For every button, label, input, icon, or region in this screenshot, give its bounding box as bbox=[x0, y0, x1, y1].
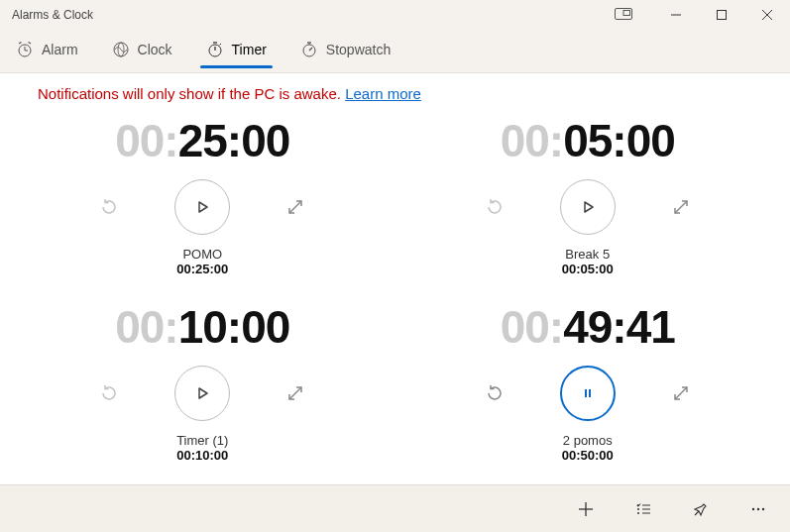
more-button[interactable] bbox=[733, 489, 784, 529]
timers-grid: 00:25:00 POMO 00:25:00 00:05:00 bbox=[0, 112, 790, 484]
tab-bar: Alarm Clock Timer Stopwatch bbox=[0, 30, 790, 73]
svg-line-29 bbox=[675, 387, 687, 399]
window-title: Alarms & Clock bbox=[12, 8, 93, 22]
alarm-icon bbox=[16, 41, 34, 58]
svg-rect-3 bbox=[718, 11, 727, 20]
svg-point-39 bbox=[752, 507, 754, 509]
svg-point-36 bbox=[637, 512, 639, 514]
timer-total: 00:50:00 bbox=[562, 448, 614, 463]
learn-more-link[interactable]: Learn more bbox=[345, 85, 421, 102]
svg-line-10 bbox=[29, 42, 32, 44]
tab-label: Timer bbox=[232, 42, 267, 57]
reset-icon[interactable] bbox=[481, 379, 508, 407]
timer-name: Break 5 bbox=[565, 247, 610, 262]
clock-icon bbox=[112, 41, 130, 58]
timer-remaining: 00:10:00 bbox=[115, 304, 289, 350]
play-button[interactable] bbox=[174, 366, 230, 421]
reset-icon[interactable] bbox=[95, 193, 123, 221]
tab-label: Clock bbox=[138, 42, 172, 57]
tab-clock[interactable]: Clock bbox=[104, 35, 180, 68]
timer-total: 00:05:00 bbox=[562, 262, 614, 276]
expand-icon[interactable] bbox=[667, 193, 695, 221]
timer-icon bbox=[206, 41, 224, 58]
timer-remaining: 00:49:41 bbox=[501, 304, 675, 350]
svg-line-16 bbox=[219, 44, 221, 46]
svg-line-22 bbox=[289, 201, 301, 213]
pin-button[interactable] bbox=[675, 489, 727, 529]
tab-timer[interactable]: Timer bbox=[198, 35, 275, 68]
tab-label: Alarm bbox=[42, 42, 78, 57]
notification-banner: Notifications will only show if the PC i… bbox=[0, 73, 790, 112]
timer-total: 00:25:00 bbox=[176, 262, 228, 276]
svg-rect-1 bbox=[623, 11, 630, 16]
svg-marker-21 bbox=[199, 202, 207, 212]
svg-marker-23 bbox=[585, 202, 593, 212]
svg-point-34 bbox=[637, 508, 639, 510]
reset-icon[interactable] bbox=[95, 379, 123, 407]
timer-card[interactable]: 00:49:41 2 pomos 00:50:00 bbox=[395, 298, 781, 484]
tab-alarm[interactable]: Alarm bbox=[8, 35, 86, 68]
edit-timers-button[interactable] bbox=[618, 489, 669, 529]
stopwatch-icon bbox=[300, 41, 318, 58]
expand-icon[interactable] bbox=[667, 379, 695, 407]
svg-line-9 bbox=[19, 42, 22, 44]
timer-name: 2 pomos bbox=[563, 433, 613, 448]
reset-icon[interactable] bbox=[481, 193, 508, 221]
timer-remaining: 00:05:00 bbox=[501, 118, 675, 163]
svg-line-24 bbox=[675, 201, 687, 213]
command-bar bbox=[0, 484, 790, 532]
notification-text: Notifications will only show if the PC i… bbox=[38, 85, 345, 102]
svg-point-41 bbox=[762, 507, 764, 509]
compact-overlay-icon[interactable] bbox=[604, 8, 643, 22]
add-timer-button[interactable] bbox=[560, 489, 612, 529]
svg-line-38 bbox=[695, 511, 699, 515]
timer-card[interactable]: 00:05:00 Break 5 00:05:00 bbox=[395, 112, 781, 298]
play-button[interactable] bbox=[560, 179, 616, 235]
pause-button[interactable] bbox=[560, 366, 616, 421]
expand-icon[interactable] bbox=[282, 379, 309, 407]
maximize-button[interactable] bbox=[699, 0, 744, 30]
tab-stopwatch[interactable]: Stopwatch bbox=[292, 35, 398, 68]
timer-total: 00:10:00 bbox=[176, 448, 228, 463]
expand-icon[interactable] bbox=[282, 193, 309, 221]
minimize-button[interactable] bbox=[653, 0, 699, 30]
timer-name: POMO bbox=[182, 247, 222, 262]
svg-line-26 bbox=[289, 387, 301, 399]
timer-card[interactable]: 00:25:00 POMO 00:25:00 bbox=[10, 112, 395, 298]
timer-name: Timer (1) bbox=[176, 433, 228, 448]
title-bar: Alarms & Clock bbox=[0, 0, 790, 30]
play-button[interactable] bbox=[174, 179, 230, 235]
svg-point-40 bbox=[757, 507, 759, 509]
timer-remaining: 00:25:00 bbox=[115, 118, 289, 163]
timer-card[interactable]: 00:10:00 Timer (1) 00:10:00 bbox=[10, 298, 395, 484]
tab-label: Stopwatch bbox=[326, 42, 391, 57]
svg-marker-25 bbox=[199, 388, 207, 398]
close-button[interactable] bbox=[744, 0, 790, 30]
svg-line-18 bbox=[309, 48, 312, 51]
